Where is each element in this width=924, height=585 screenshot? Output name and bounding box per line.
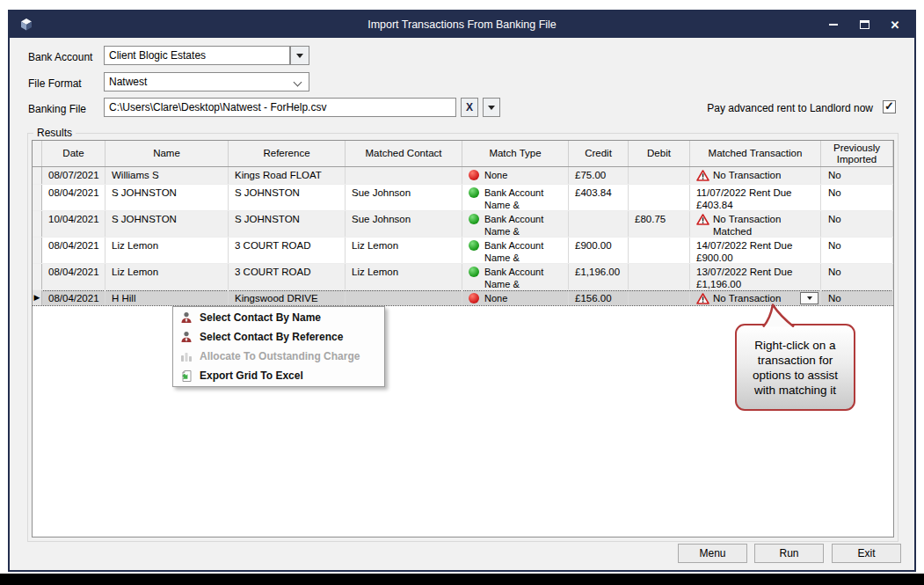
cell-previously-imported: No <box>821 185 893 210</box>
file-format-label: File Format <box>28 77 82 90</box>
cell-credit: £75.00 <box>569 167 629 184</box>
bank-account-dropdown-button[interactable] <box>290 46 309 65</box>
cell-matched-contact: Sue Johnson <box>346 185 462 210</box>
match-status-green-icon <box>469 240 479 251</box>
cell-credit: £1,196.00 <box>569 264 629 289</box>
cell-name: S JOHNSTON <box>105 211 229 237</box>
clear-file-button[interactable]: X <box>461 98 478 117</box>
results-group-label: Results <box>33 127 76 139</box>
cell-matched-transaction: 14/07/2022 Rent Due £900.00 <box>690 238 821 263</box>
row-header-stub <box>33 141 42 166</box>
row-header-cell: ▶ <box>33 290 42 305</box>
cell-previously-imported: No <box>821 290 893 305</box>
cell-credit: £900.00 <box>569 238 629 263</box>
cell-match-type: Bank Account Name & Reference <box>462 238 569 263</box>
pay-advanced-rent-label: Pay advanced rent to Landlord now <box>625 102 873 114</box>
cell-match-type: Bank Account Name & Reference <box>462 185 569 210</box>
table-row[interactable]: 08/04/2021Liz Lemon3 COURT ROADLiz Lemon… <box>33 264 893 290</box>
cell-reference: S JOHNSTON <box>229 185 346 210</box>
column-header[interactable]: Name <box>105 141 229 166</box>
titlebar[interactable]: Import Transactions From Banking File ✕ <box>10 11 914 38</box>
bank-account-value: Client Blogic Estates <box>109 49 206 62</box>
cell-credit <box>569 211 629 237</box>
results-grid-rows: 08/07/2021Williams SKings Road FLOATNone… <box>33 167 893 306</box>
chevron-down-icon <box>294 78 302 87</box>
cell-date: 08/04/2021 <box>42 264 105 289</box>
matched-transaction-dropdown-button[interactable] <box>800 292 819 304</box>
cell-match-type: None <box>462 290 569 305</box>
menu-item-select-contact-by-reference[interactable]: Select Contact By Reference <box>173 327 384 347</box>
column-header[interactable]: Debit <box>629 141 690 166</box>
file-format-combobox[interactable]: Natwest <box>104 72 309 91</box>
pay-advanced-rent-checkbox[interactable]: ✓ <box>883 100 896 113</box>
run-button[interactable]: Run <box>754 544 824 563</box>
match-status-red-icon <box>469 293 479 303</box>
callout-tail <box>760 303 797 327</box>
table-row[interactable]: 08/04/2021Liz Lemon3 COURT ROADLiz Lemon… <box>33 238 893 264</box>
allocate-charge-icon <box>173 350 200 362</box>
cell-matched-transaction: No Transaction Matched <box>690 167 821 184</box>
warning-icon <box>696 170 709 184</box>
column-header[interactable]: Reference <box>229 141 346 166</box>
maximize-button[interactable] <box>854 15 875 34</box>
warning-icon <box>696 214 709 229</box>
column-header[interactable]: Date <box>42 141 105 166</box>
cell-name: H Hill <box>105 290 229 305</box>
exit-button[interactable]: Exit <box>832 544 901 563</box>
banking-file-input[interactable]: C:\Users\Clare\Desktop\Natwest - ForHelp… <box>104 98 456 117</box>
row-header-cell <box>33 264 42 289</box>
column-header[interactable]: Credit <box>569 141 629 166</box>
cell-debit <box>629 290 690 305</box>
row-header-cell <box>33 185 42 210</box>
file-format-value: Natwest <box>109 76 147 88</box>
cell-matched-contact: Liz Lemon <box>346 238 462 263</box>
dropdown-arrow-icon <box>488 106 495 110</box>
bank-account-combobox[interactable]: Client Blogic Estates <box>104 46 290 65</box>
column-header[interactable]: Match Type <box>462 141 569 166</box>
cell-reference: 3 COURT ROAD <box>229 238 346 263</box>
column-header[interactable]: Matched Transaction <box>690 141 821 166</box>
cell-matched-contact: Sue Johnson <box>346 211 462 237</box>
banking-file-label: Banking File <box>28 103 86 115</box>
row-header-cell <box>33 238 42 263</box>
table-row[interactable]: 08/07/2021Williams SKings Road FLOATNone… <box>33 167 893 185</box>
minimize-button[interactable] <box>823 15 844 34</box>
cell-match-type: Bank Account Name & Reference <box>462 211 569 237</box>
cell-match-type: None <box>462 167 569 184</box>
column-header[interactable]: Previously Imported <box>821 141 893 166</box>
table-row[interactable]: 10/04/2021S JOHNSTONS JOHNSTONSue Johnso… <box>33 211 893 238</box>
cell-previously-imported: No <box>821 167 893 184</box>
cell-date: 08/04/2021 <box>42 290 105 305</box>
file-dropdown-button[interactable] <box>483 98 500 117</box>
menu-item-export-grid-to-excel[interactable]: Export Grid To Excel <box>173 366 384 385</box>
cell-reference: 3 COURT ROAD <box>229 264 346 289</box>
cell-name: S JOHNSTON <box>105 185 229 210</box>
cell-previously-imported: No <box>821 264 893 289</box>
cell-date: 08/04/2021 <box>42 238 105 263</box>
contact-person-icon <box>173 311 200 324</box>
close-button[interactable]: ✕ <box>884 15 906 34</box>
cell-reference: Kings Road FLOAT <box>229 167 346 184</box>
column-header[interactable]: Matched Contact <box>346 141 462 166</box>
results-grid-header: DateNameReferenceMatched ContactMatch Ty… <box>33 141 893 167</box>
cell-matched-transaction: No Transaction Matched <box>690 211 821 237</box>
maximize-icon <box>860 20 869 29</box>
cell-credit: £403.84 <box>569 185 629 210</box>
menu-button[interactable]: Menu <box>678 544 747 563</box>
export-excel-icon <box>173 369 200 383</box>
menu-item-select-contact-by-name[interactable]: Select Contact By Name <box>173 308 384 327</box>
dropdown-arrow-icon <box>807 296 812 300</box>
cell-debit <box>629 264 690 289</box>
row-header-cell <box>33 211 42 237</box>
banking-file-value: C:\Users\Clare\Desktop\Natwest - ForHelp… <box>109 101 326 113</box>
minimize-icon <box>829 24 838 26</box>
import-transactions-window: Import Transactions From Banking File ✕ … <box>8 10 916 572</box>
cell-matched-transaction: 11/07/2022 Rent Due £403.84 <box>690 185 821 210</box>
table-row[interactable]: 08/04/2021S JOHNSTONS JOHNSTONSue Johnso… <box>33 185 893 211</box>
match-status-green-icon <box>469 187 479 198</box>
cell-debit <box>629 238 690 263</box>
cell-date: 10/04/2021 <box>42 211 105 237</box>
close-icon: ✕ <box>891 19 900 31</box>
cell-matched-transaction: 13/07/2022 Rent Due £1,196.00 <box>690 264 821 289</box>
cell-reference: Kingswood DRIVE <box>229 290 346 305</box>
